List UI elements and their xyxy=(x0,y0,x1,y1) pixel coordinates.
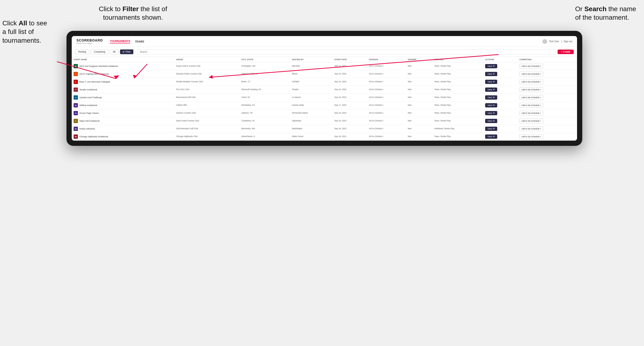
gender-2: Men xyxy=(406,78,432,86)
add-schedule-button-8[interactable]: Add to My Schedule + xyxy=(519,126,543,131)
annotation-right: Or Search the name of the tournament. xyxy=(575,5,642,22)
eye-icon-2: 👁 xyxy=(493,81,495,83)
search-input[interactable] xyxy=(137,49,556,54)
view-button-1[interactable]: View 👁 xyxy=(485,72,497,76)
actions-cell-4: View 👁 xyxy=(483,94,518,102)
hosted-by-1: Illinois xyxy=(290,70,332,78)
start-date-9: Sep 18, 2023 xyxy=(332,133,367,141)
city-state-8: Bremerton, WA xyxy=(240,125,290,133)
filter-button[interactable]: ⊟ Filter xyxy=(120,49,133,54)
eye-icon-4: 👁 xyxy=(493,96,495,99)
add-schedule-button-4[interactable]: Add to My Schedule + xyxy=(519,95,543,100)
actions-cell-9: View 👁 xyxy=(483,133,518,141)
scoring-8: Individual, Stroke Play xyxy=(432,125,483,133)
scoring-5: Team, Stroke Play xyxy=(432,102,483,109)
event-name-cell-7: V Valpo Fall Invitational xyxy=(72,117,174,125)
view-button-4[interactable]: View 👁 xyxy=(485,95,497,100)
event-name-7: Valpo Fall Invitational xyxy=(79,120,100,122)
competing-cell-7: Add to My Schedule + xyxy=(518,117,577,125)
view-button-5[interactable]: View 👁 xyxy=(485,103,497,107)
annotation-top: Click to Filter the list of tournaments … xyxy=(88,5,178,22)
gender-5: Men xyxy=(406,102,432,109)
table-row: W Husky Individual Gold Mountain Golf Cl… xyxy=(72,125,577,133)
division-9: NCAA Division I xyxy=(367,133,406,141)
hosted-by-2: Fairfield xyxy=(290,78,332,86)
city-state-4: Victor, NY xyxy=(240,94,290,102)
add-schedule-button-2[interactable]: Add to My Schedule + xyxy=(519,79,543,84)
tab-hosting[interactable]: Hosting xyxy=(75,49,89,54)
hosted-by-6: Tennessee-Martin xyxy=(290,109,332,117)
team-logo-8: W xyxy=(74,127,78,131)
table-row: W Wildcat Invitational Colbert Hills Man… xyxy=(72,102,577,109)
add-schedule-button-3[interactable]: Add to My Schedule + xyxy=(519,87,543,92)
hosted-by-4: Le Moyne xyxy=(290,94,332,102)
col-competing: COMPETING xyxy=(518,57,577,62)
eye-icon-8: 👁 xyxy=(493,128,495,130)
add-schedule-button-5[interactable]: Add to My Schedule + xyxy=(519,103,543,108)
add-schedule-button-6[interactable]: Add to My Schedule + xyxy=(519,111,543,116)
user-name: Test User xyxy=(549,40,559,43)
division-0: NCAA Division I xyxy=(367,62,406,70)
city-state-2: Berlin, CT xyxy=(240,78,290,86)
event-name-cell-5: W Wildcat Invitational xyxy=(72,102,174,109)
actions-cell-3: View 👁 xyxy=(483,86,518,94)
logo-sub: Powered by clippd xyxy=(76,42,103,44)
start-date-1: Sep 15, 2023 xyxy=(332,70,367,78)
start-date-4: Sep 16, 2023 xyxy=(332,94,367,102)
venue-3: The 1912 Club xyxy=(174,86,240,94)
view-button-3[interactable]: View 👁 xyxy=(485,88,497,92)
start-date-6: Sep 18, 2023 xyxy=(332,109,367,117)
eye-icon-6: 👁 xyxy=(493,112,495,114)
event-name-4: Upstate Dual Challenge xyxy=(79,96,102,99)
hosted-by-3: Temple xyxy=(290,86,332,94)
add-schedule-button-1[interactable]: Add to My Schedule + xyxy=(519,72,543,76)
gender-6: Men xyxy=(406,109,432,117)
filter-icon: ⊟ xyxy=(122,50,124,53)
add-schedule-button-7[interactable]: Add to My Schedule + xyxy=(519,119,543,123)
start-date-0: Sep 11, 2023 xyxy=(332,62,367,70)
tablet-frame: SCOREBOARD Powered by clippd TOURNAMENTS… xyxy=(66,31,582,146)
hosted-by-0: Marshall xyxy=(290,62,332,70)
competing-cell-6: Add to My Schedule + xyxy=(518,109,577,117)
view-button-9[interactable]: View 👁 xyxy=(485,135,497,139)
eye-icon-1: 👁 xyxy=(493,73,495,75)
tab-competing[interactable]: Competing xyxy=(91,49,108,54)
actions-cell-5: View 👁 xyxy=(483,102,518,109)
view-button-2[interactable]: View 👁 xyxy=(485,80,497,84)
city-state-9: Westchester, IL xyxy=(240,133,290,141)
view-button-6[interactable]: View 👁 xyxy=(485,111,497,115)
nav-tournaments[interactable]: TOURNAMENTS xyxy=(110,40,130,43)
view-button-7[interactable]: View 👁 xyxy=(485,119,497,123)
start-date-3: Sep 16, 2023 xyxy=(332,86,367,94)
city-state-3: Plymouth Meeting, PA xyxy=(240,86,290,94)
col-event-name: EVENT NAME xyxy=(72,57,174,62)
actions-cell-8: View 👁 xyxy=(483,125,518,133)
scoring-3: Team, Stroke Play xyxy=(432,86,483,94)
view-button-0[interactable]: View 👁 xyxy=(485,64,497,68)
tab-all[interactable]: All xyxy=(110,49,118,54)
add-schedule-button-9[interactable]: Add to My Schedule + xyxy=(519,134,543,139)
venue-6: Jackson Country Club xyxy=(174,109,240,117)
view-button-8[interactable]: View 👁 xyxy=(485,127,497,131)
nav-teams[interactable]: TEAMS xyxy=(135,40,144,43)
col-venue: VENUE xyxy=(174,57,240,62)
division-5: NCAA Division I xyxy=(367,102,406,109)
tournaments-table: EVENT NAME VENUE CITY, STATE HOSTED BY S… xyxy=(72,57,577,141)
gender-3: Men xyxy=(406,86,432,94)
event-name-cell-6: G Grover Page Classic xyxy=(72,109,174,117)
team-logo-6: G xyxy=(74,111,78,115)
sign-out-link[interactable]: Sign out xyxy=(564,40,572,43)
actions-cell-6: View 👁 xyxy=(483,109,518,117)
add-schedule-button-0[interactable]: Add to My Schedule + xyxy=(519,64,543,69)
actions-cell-7: View 👁 xyxy=(483,117,518,125)
gender-8: Men xyxy=(406,125,432,133)
team-logo-4: U xyxy=(74,95,78,100)
event-name-cell-8: W Husky Individual xyxy=(72,125,174,133)
eye-icon-7: 👁 xyxy=(493,120,495,122)
separator: | xyxy=(561,40,562,43)
team-logo-1: I xyxy=(74,72,78,76)
division-1: NCAA Division I xyxy=(367,70,406,78)
hosted-by-7: Valparaiso xyxy=(290,117,332,125)
table-row: I OFCC Fighting Illini Invitational Olym… xyxy=(72,70,577,78)
create-button[interactable]: + Create xyxy=(558,50,574,54)
